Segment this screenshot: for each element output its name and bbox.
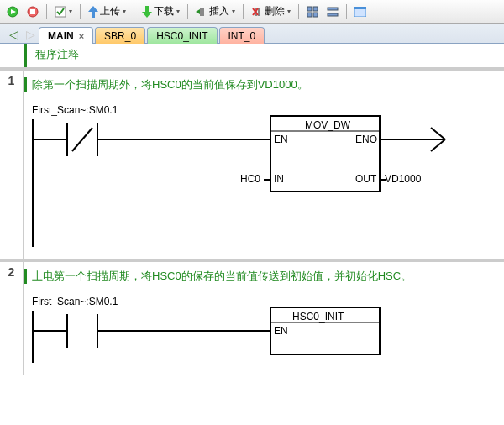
pin-en: EN	[274, 134, 288, 145]
ladder-editor: 程序注释 1 除第一个扫描周期外，将HSC0的当前值保存到VD1000。 Fir…	[0, 44, 504, 425]
toolbar-separator	[243, 4, 244, 19]
chevron-down-icon: ▾	[232, 8, 235, 15]
chevron-down-icon: ▾	[123, 8, 126, 15]
svg-rect-3	[30, 9, 35, 14]
tab-label: HSC0_INIT	[156, 30, 207, 42]
insert-icon	[196, 6, 207, 18]
tab-main[interactable]: MAIN ×	[39, 27, 93, 44]
stack-icon	[327, 6, 339, 18]
tab-bar: ◁ ▷ MAIN × SBR_0 HSC0_INIT INT_0	[0, 24, 504, 44]
delete-button[interactable]: 删除 ▾	[248, 3, 294, 20]
toolbar-separator	[134, 4, 134, 19]
block-title: MOV_DW	[305, 119, 350, 131]
svg-rect-7	[200, 8, 202, 16]
tab-label: SBR_0	[104, 30, 136, 42]
download-button[interactable]: 下载 ▾	[139, 3, 183, 20]
svg-marker-9	[196, 9, 200, 14]
network-1: 1 除第一个扫描周期外，将HSC0的当前值保存到VD1000。 First_Sc…	[0, 71, 504, 262]
svg-marker-6	[142, 6, 152, 18]
tab-hsc0-init[interactable]: HSC0_INIT	[147, 27, 217, 44]
stop-button[interactable]	[24, 4, 42, 19]
insert-label: 插入	[209, 4, 229, 18]
check-icon	[55, 6, 66, 18]
contact-label: First_Scan~:SM0.1	[32, 296, 118, 307]
gutter	[0, 44, 24, 67]
chevron-down-icon: ▾	[176, 8, 180, 15]
compile-button[interactable]: ▾	[51, 4, 76, 19]
toolbar: ▾ 上传 ▾ 下载 ▾ 插入 ▾ 删除 ▾	[0, 0, 504, 24]
pin-in: IN	[274, 173, 284, 185]
svg-rect-8	[202, 8, 204, 16]
close-icon[interactable]: ×	[79, 31, 84, 41]
upload-button[interactable]: 上传 ▾	[85, 3, 129, 20]
network-comment: 上电第一个扫描周期，将HSC0的保存的当前值传送到初始值，并初始化HSC。	[24, 269, 496, 284]
network-content[interactable]: 上电第一个扫描周期，将HSC0的保存的当前值传送到初始值，并初始化HSC。 Fi…	[24, 262, 504, 375]
pin-out: OUT	[355, 173, 376, 185]
tab-label: MAIN	[48, 30, 74, 42]
window-button[interactable]	[351, 5, 370, 18]
in-value: HC0	[240, 173, 260, 185]
network-comment: 除第一个扫描周期外，将HSC0的当前值保存到VD1000。	[24, 77, 496, 92]
play-icon	[7, 6, 18, 18]
arrow-down-icon	[142, 6, 152, 18]
block-title: HSC0_INIT	[292, 311, 344, 323]
stop-icon	[27, 6, 39, 18]
view2-button[interactable]	[323, 4, 342, 19]
toolbar-separator	[346, 4, 347, 19]
view1-button[interactable]	[303, 4, 322, 19]
svg-rect-17	[313, 13, 318, 17]
window-icon	[354, 7, 366, 17]
network-number: 2	[0, 262, 24, 375]
tab-nav-next[interactable]: ▷	[22, 26, 39, 43]
svg-marker-5	[88, 6, 98, 18]
svg-line-26	[72, 128, 92, 151]
pin-en: EN	[274, 325, 288, 337]
ladder-rung-2: First_Scan~:SM0.1 HSC0_INIT EN	[32, 296, 496, 363]
svg-rect-21	[354, 7, 366, 9]
grid-icon	[307, 6, 318, 18]
svg-rect-14	[307, 7, 312, 11]
chevron-down-icon: ▾	[69, 8, 72, 15]
run-button[interactable]	[3, 4, 22, 19]
tab-nav-prev[interactable]: ◁	[5, 26, 22, 43]
tab-int0[interactable]: INT_0	[219, 27, 265, 44]
toolbar-separator	[187, 4, 188, 19]
tab-label: INT_0	[228, 30, 256, 42]
svg-line-32	[431, 139, 445, 151]
upload-label: 上传	[100, 4, 120, 18]
toolbar-separator	[80, 4, 81, 19]
toolbar-separator	[46, 4, 47, 19]
network-content[interactable]: 除第一个扫描周期外，将HSC0的当前值保存到VD1000。 First_Scan…	[24, 71, 504, 259]
svg-rect-18	[328, 8, 338, 10]
tab-sbr0[interactable]: SBR_0	[95, 27, 145, 44]
download-label: 下载	[154, 4, 174, 18]
out-value: VD1000	[385, 173, 421, 185]
delete-icon	[251, 6, 263, 18]
arrow-up-icon	[88, 6, 98, 18]
delete-label: 删除	[265, 4, 285, 18]
chevron-down-icon: ▾	[287, 8, 291, 15]
program-comment-row: 程序注释	[0, 44, 504, 71]
contact-label: First_Scan~:SM0.1	[32, 104, 118, 116]
ladder-rung-1: First_Scan~:SM0.1 MOV_DW EN ENO IN OUT H…	[32, 104, 496, 247]
svg-line-31	[431, 128, 445, 139]
network-2: 2 上电第一个扫描周期，将HSC0的保存的当前值传送到初始值，并初始化HSC。 …	[0, 262, 504, 375]
program-comment-title: 程序注释	[24, 44, 504, 67]
pin-eno: ENO	[355, 134, 377, 145]
toolbar-separator	[298, 4, 299, 19]
svg-rect-15	[313, 7, 318, 11]
insert-button[interactable]: 插入 ▾	[192, 3, 239, 20]
svg-rect-19	[328, 13, 338, 16]
network-number: 1	[0, 71, 24, 259]
svg-rect-16	[307, 13, 312, 17]
